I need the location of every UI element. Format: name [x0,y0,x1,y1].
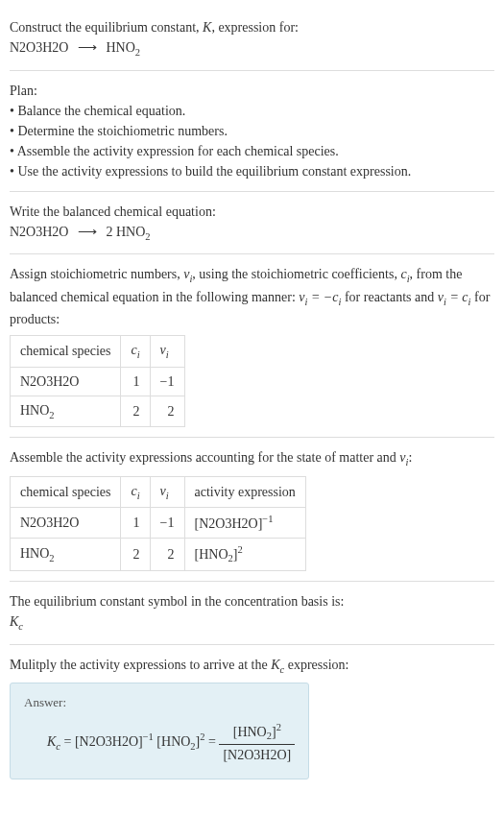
fraction: [HNO2]2 [N2O3H2O] [219,720,295,765]
plan-section: Plan: • Balance the chemical equation. •… [10,71,494,192]
plan-bullet-3: • Assemble the activity expression for e… [10,141,494,161]
cell-species: N2O3H2O [11,508,121,539]
reactant: N2O3H2O [10,40,68,55]
cell-ci: 1 [121,508,150,539]
cell-ci: 2 [121,539,150,571]
activity-text: Assemble the activity expressions accoun… [10,447,494,470]
plan-bullet-2: • Determine the stoichiometric numbers. [10,121,494,141]
cell-species: N2O3H2O [11,367,121,396]
answer-label: Answer: [24,693,295,712]
stoich-section: Assign stoichiometric numbers, νi, using… [10,254,494,438]
cell-species: HNO2 [11,396,121,427]
col-activity: activity expression [184,476,305,508]
col-species: chemical species [11,336,121,368]
col-ci: ci [121,336,150,368]
table-header-row: chemical species ci νi activity expressi… [11,476,306,508]
activity-section: Assemble the activity expressions accoun… [10,438,494,582]
fraction-numerator: [HNO2]2 [219,720,295,745]
col-species: chemical species [11,476,121,508]
cell-nui: −1 [150,367,184,396]
cell-activity: [HNO2]2 [184,539,305,571]
final-text: Mulitply the activity expressions to arr… [10,655,494,678]
balanced-coef: 2 [106,225,112,239]
intro-equation: N2O3H2O ⟶ HNO2 [10,37,494,60]
col-nui: νi [150,476,184,508]
plan-heading: Plan: [10,81,494,101]
cell-ci: 2 [121,396,150,427]
table-row: HNO2 2 2 [11,396,185,427]
table-row: HNO2 2 2 [HNO2]2 [11,539,306,571]
intro-section: Construct the equilibrium constant, K, e… [10,8,494,71]
intro-suffix: , expression for: [211,20,299,35]
final-section: Mulitply the activity expressions to arr… [10,645,494,789]
balanced-equation: N2O3H2O ⟶ 2 HNO2 [10,222,494,245]
plan-bullet-4: • Use the activity expressions to build … [10,161,494,181]
symbol-kc: Kc [10,611,494,635]
answer-expression: Kc = [N2O3H2O]−1 [HNO2]2 = [HNO2]2 [N2O3… [24,720,295,765]
activity-table: chemical species ci νi activity expressi… [10,476,306,571]
cell-ci: 1 [121,367,150,396]
balanced-rhs: HNO2 [116,225,151,239]
col-nui: νi [150,336,184,368]
balanced-section: Write the balanced chemical equation: N2… [10,192,494,255]
table-row: N2O3H2O 1 −1 [N2O3H2O]−1 [11,508,306,539]
table-row: N2O3H2O 1 −1 [11,367,185,396]
symbol-section: The equilibrium constant symbol in the c… [10,582,494,645]
intro-K: K [203,20,211,35]
arrow-icon: ⟶ [78,37,97,58]
fraction-denominator: [N2O3H2O] [219,745,295,765]
intro-line1: Construct the equilibrium constant, K, e… [10,17,494,37]
product: HNO2 [106,40,140,55]
col-ci: ci [121,476,150,508]
cell-nui: 2 [150,539,184,571]
stoich-table: chemical species ci νi N2O3H2O 1 −1 HNO2… [10,335,185,427]
cell-species: HNO2 [11,539,121,571]
cell-nui: −1 [150,508,184,539]
balanced-lhs: N2O3H2O [10,225,68,239]
answer-box: Answer: Kc = [N2O3H2O]−1 [HNO2]2 = [HNO2… [10,683,309,779]
balanced-text: Write the balanced chemical equation: [10,202,494,222]
plan-bullet-1: • Balance the chemical equation. [10,101,494,121]
intro-text: Construct the equilibrium constant, [10,20,203,35]
arrow-icon: ⟶ [78,222,97,242]
cell-nui: 2 [150,396,184,427]
stoich-text: Assign stoichiometric numbers, νi, using… [10,264,494,329]
symbol-text: The equilibrium constant symbol in the c… [10,591,494,611]
cell-activity: [N2O3H2O]−1 [184,508,305,539]
table-header-row: chemical species ci νi [11,336,185,368]
